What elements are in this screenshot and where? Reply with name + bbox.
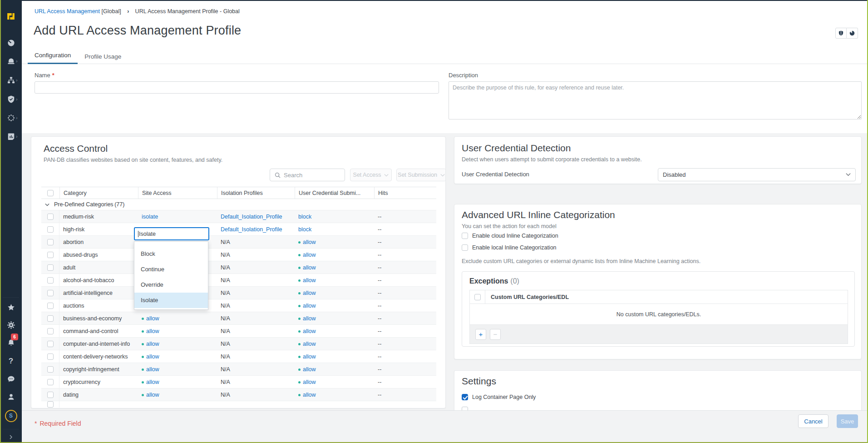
table-row[interactable]: computer-and-internet-info allow N/A all… [41,338,436,350]
clipped-checkbox[interactable] [462,407,468,410]
table-row[interactable]: cryptocurrency allow N/A allow -- [41,376,436,388]
row-checkbox[interactable] [47,328,54,334]
remove-exception-button[interactable]: − [490,329,501,340]
table-row[interactable]: content-delivery-networks allow N/A allo… [41,350,436,363]
column-header-site-access[interactable]: Site Access [138,187,217,199]
column-header-hits[interactable]: Hits [374,187,436,199]
column-header-user-credential[interactable]: User Credential Submi... [295,187,374,199]
table-row[interactable]: adult N/A allow -- [41,261,436,274]
row-checkbox[interactable] [47,277,54,284]
action-link[interactable]: allow [303,366,316,373]
action-link[interactable]: allow [303,328,316,334]
table-row[interactable]: copyright-infringement allow N/A allow -… [41,363,436,376]
site-access-combobox[interactable]: Isolate [134,227,209,240]
enable-cloud-inline-checkbox[interactable] [462,233,468,239]
sidebar-item-favorites[interactable] [0,302,22,313]
table-row[interactable]: business-and-economy allow N/A allow -- [41,312,436,325]
add-exception-button[interactable]: + [475,329,486,340]
action-link[interactable]: allow [146,392,159,398]
action-link[interactable]: allow [303,315,316,322]
action-link[interactable]: allow [303,379,316,385]
sidebar-item-user[interactable] [0,391,22,402]
table-row[interactable]: medium-risk isolate Default_Isolation_Pr… [41,210,436,223]
table-row[interactable]: artificial-intelligence N/A allow -- [41,287,436,299]
dropdown-option[interactable]: Isolate [134,293,208,308]
select-all-checkbox[interactable] [47,190,54,196]
status-circle-button[interactable] [847,28,858,39]
log-container-checkbox[interactable] [462,394,468,400]
action-link[interactable]: allow [146,353,159,360]
table-row[interactable]: auctions N/A allow -- [41,299,436,312]
sidebar-item-security-services[interactable]: › [0,94,22,105]
sidebar-item-network[interactable]: › [0,75,22,85]
row-checkbox[interactable] [47,303,54,309]
table-row[interactable]: abortion N/A allow -- [41,236,436,249]
action-link[interactable]: allow [146,328,159,334]
table-row[interactable]: abused-drugs N/A allow -- [41,249,436,261]
action-link[interactable]: isolate [142,214,158,220]
action-link[interactable]: allow [303,277,316,284]
row-checkbox[interactable] [47,392,54,398]
set-submission-button[interactable]: Set Submission [396,169,446,181]
action-link[interactable]: allow [146,366,159,373]
dropdown-option[interactable]: Allow [134,241,208,246]
row-checkbox[interactable] [47,341,54,347]
sidebar-item-dashboard[interactable] [0,37,22,48]
column-header-isolation-profiles[interactable]: Isolation Profiles [217,187,295,199]
pan-logo[interactable] [0,9,22,24]
dropdown-option[interactable]: Override [134,277,208,293]
name-input[interactable] [35,81,439,94]
dropdown-option[interactable]: Continue [134,262,208,277]
row-checkbox[interactable] [47,353,54,360]
shield-toggle-button[interactable] [835,28,847,39]
action-link[interactable]: allow [303,239,316,245]
sidebar-item-settings[interactable] [0,319,22,330]
enable-local-inline-checkbox[interactable] [462,244,468,251]
action-link[interactable]: block [298,214,311,220]
account-avatar[interactable]: S [0,408,22,423]
action-link[interactable]: block [298,226,311,233]
row-checkbox[interactable] [47,264,54,271]
row-checkbox[interactable] [47,379,54,385]
row-checkbox[interactable] [47,290,54,296]
cancel-button[interactable]: Cancel [798,414,829,428]
tab-profile-usage[interactable]: Profile Usage [78,49,128,64]
action-link[interactable]: allow [303,290,316,296]
exceptions-select-all-checkbox[interactable] [474,294,481,300]
breadcrumb-link[interactable]: URL Access Management [35,8,100,15]
sidebar-item-incidents-alerts[interactable]: › [0,55,22,66]
save-button[interactable]: Save [837,414,858,428]
table-row[interactable]: command-and-control allow N/A allow -- [41,325,436,338]
action-link[interactable]: allow [303,392,316,398]
action-link[interactable]: allow [146,315,159,322]
action-link[interactable]: allow [303,341,316,347]
sidebar-item-reports[interactable]: › [0,131,22,142]
table-row[interactable]: alcohol-and-tobacco N/A allow -- [41,274,436,287]
row-checkbox[interactable] [47,214,54,220]
table-row[interactable]: dating allow N/A allow -- [41,388,436,401]
action-link[interactable]: allow [146,341,159,347]
category-group-row[interactable]: Pre-Defined Categories (77) [41,199,436,210]
action-link[interactable]: allow [146,379,159,385]
action-link[interactable]: allow [303,264,316,271]
search-input[interactable] [284,172,345,179]
sidebar-item-feedback[interactable] [0,373,22,384]
set-access-button[interactable]: Set Access [350,169,392,181]
row-checkbox[interactable] [47,252,54,258]
row-checkbox[interactable] [47,315,54,322]
action-link[interactable]: Default_Isolation_Profile [221,226,282,233]
description-textarea[interactable] [449,81,862,119]
action-link[interactable]: allow [303,303,316,309]
action-link[interactable]: Default_Isolation_Profile [221,214,282,220]
row-checkbox[interactable] [47,226,54,233]
sidebar-item-workflows[interactable]: › [0,112,22,123]
action-link[interactable]: allow [303,353,316,360]
row-checkbox[interactable] [47,366,54,373]
row-checkbox[interactable] [47,401,54,408]
tab-configuration[interactable]: Configuration [28,49,78,64]
table-row[interactable] [41,401,436,408]
sidebar-collapse-button[interactable] [0,433,22,442]
column-header-category[interactable]: Category [59,187,138,199]
table-row[interactable]: high-risk Default_Isolation_Profile bloc… [41,223,436,236]
action-link[interactable]: allow [303,252,316,258]
